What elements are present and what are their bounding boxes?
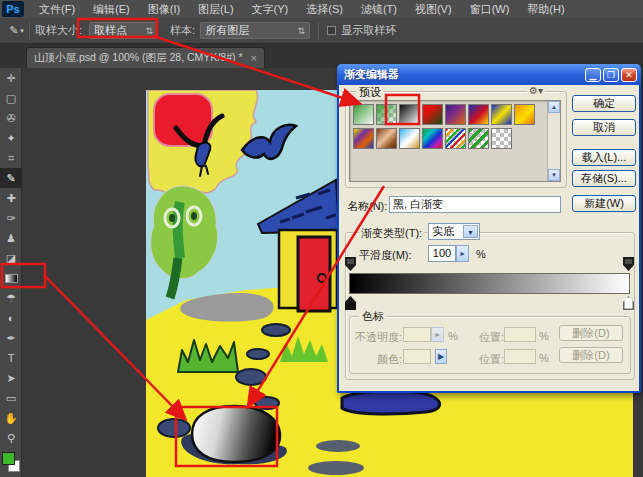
smoothness-input[interactable]: 100 bbox=[428, 245, 456, 262]
save-button[interactable]: 存储(S)... bbox=[572, 170, 636, 187]
zoom-tool[interactable]: ⚲ bbox=[0, 428, 22, 448]
foreground-color-chip[interactable] bbox=[2, 452, 15, 465]
separator bbox=[318, 22, 319, 40]
gradient-type-dropdown[interactable]: 实底 ▼ bbox=[428, 223, 480, 240]
menu-layer[interactable]: 图层(L) bbox=[189, 0, 242, 18]
dropdown-arrow-icon[interactable]: ▼ bbox=[463, 225, 478, 238]
eyedropper-tool[interactable]: ✎ bbox=[0, 168, 22, 188]
sample-size-dropdown[interactable]: 取样点 ⇅ bbox=[89, 22, 158, 39]
gear-menu-icon[interactable]: ⚙▾ bbox=[527, 85, 545, 96]
move-tool[interactable]: ✛ bbox=[0, 68, 22, 88]
position-percent-1: % bbox=[539, 330, 549, 342]
preset-red-to-green[interactable] bbox=[422, 104, 443, 125]
menu-file[interactable]: 文件(F) bbox=[30, 0, 84, 18]
cancel-button[interactable]: 取消 bbox=[572, 119, 636, 136]
marquee-tool[interactable]: ▢ bbox=[0, 88, 22, 108]
sample-size-value: 取样点 bbox=[94, 23, 127, 38]
preset-blue-yellow-blue[interactable] bbox=[491, 104, 512, 125]
preset-transparent-stripes[interactable] bbox=[468, 128, 489, 149]
gradient-preview-bar[interactable] bbox=[349, 273, 630, 294]
ok-button[interactable]: 确定 bbox=[572, 95, 636, 112]
preset-green-to-transparent[interactable] bbox=[376, 104, 397, 125]
menu-items: 文件(F)编辑(E)图像(I)图层(L)文字(Y)选择(S)滤镜(T)视图(V)… bbox=[30, 0, 574, 18]
hand-tool[interactable]: ✋ bbox=[0, 408, 22, 428]
menu-window[interactable]: 窗口(W) bbox=[461, 0, 519, 18]
preset-scrollbar[interactable]: ▲ ▼ bbox=[547, 101, 560, 181]
big-navy-rock bbox=[342, 391, 440, 414]
dialog-title: 渐变编辑器 bbox=[344, 67, 583, 82]
path-select-tool[interactable]: ➤ bbox=[0, 368, 22, 388]
preset-violet-to-orange[interactable] bbox=[445, 104, 466, 125]
type-tool[interactable]: T bbox=[0, 348, 22, 368]
magic-wand-tool[interactable]: ✦ bbox=[0, 128, 22, 148]
document-tab[interactable]: 山顶小屋.psd @ 100% (图层 28, CMYK/8#) * × bbox=[26, 47, 265, 68]
preset-transparent-rainbow[interactable] bbox=[445, 128, 466, 149]
menu-type[interactable]: 文字(Y) bbox=[243, 0, 298, 18]
dialog-titlebar[interactable]: 渐变编辑器 ▁ ❐ ✕ bbox=[337, 64, 641, 85]
dropdown-arrows-icon: ⇅ bbox=[140, 26, 154, 36]
blur-tool[interactable]: ☂ bbox=[0, 288, 22, 308]
delete-opacity-button: 删除(D) bbox=[559, 325, 623, 341]
preset-transparent[interactable] bbox=[491, 128, 512, 149]
eyedropper-preset-icon[interactable]: ✎▾ bbox=[4, 22, 30, 40]
new-button[interactable]: 新建(W) bbox=[572, 195, 636, 212]
preset-blue-red-yellow[interactable] bbox=[468, 104, 489, 125]
pen-tool[interactable]: ✒ bbox=[0, 328, 22, 348]
color-label: 颜色: bbox=[377, 352, 402, 367]
preset-row-1 bbox=[353, 104, 535, 125]
menu-filter[interactable]: 滤镜(T) bbox=[352, 0, 406, 18]
preset-copper[interactable] bbox=[376, 128, 397, 149]
scroll-down-icon[interactable]: ▼ bbox=[548, 169, 560, 181]
menu-select[interactable]: 选择(S) bbox=[297, 0, 352, 18]
menu-view[interactable]: 视图(V) bbox=[406, 0, 461, 18]
gradient-type-label: 渐变类型(T): bbox=[359, 226, 424, 241]
preset-black-white[interactable] bbox=[399, 104, 420, 125]
preset-yellow-violet-orange-blue[interactable] bbox=[353, 128, 374, 149]
smoothness-unit: % bbox=[476, 248, 486, 260]
brush-tool[interactable]: ✑ bbox=[0, 208, 22, 228]
load-button[interactable]: 载入(L)... bbox=[572, 149, 636, 166]
preset-orange-yellow-orange[interactable] bbox=[514, 104, 535, 125]
opacity-input bbox=[403, 327, 431, 342]
healing-brush-tool[interactable]: ✚ bbox=[0, 188, 22, 208]
preset-row-2 bbox=[353, 128, 512, 149]
preset-spectrum[interactable] bbox=[422, 128, 443, 149]
preset-blue-white-gold[interactable] bbox=[399, 128, 420, 149]
shape-tool[interactable]: ▭ bbox=[0, 388, 22, 408]
color-picker-arrow-icon[interactable]: ▶ bbox=[435, 349, 447, 364]
dropdown-arrows-icon: ⇅ bbox=[292, 26, 306, 36]
tab-close-icon[interactable]: × bbox=[250, 52, 256, 64]
smoothness-spinner-icon[interactable]: ▸ bbox=[456, 245, 469, 262]
lasso-tool[interactable]: ✇ bbox=[0, 108, 22, 128]
gradient-name-input[interactable]: 黑, 白渐变 bbox=[389, 196, 561, 213]
eraser-tool[interactable]: ◪ bbox=[0, 248, 22, 268]
sample-layers-dropdown[interactable]: 所有图层 ⇅ bbox=[200, 22, 310, 39]
show-sampling-ring-checkbox[interactable] bbox=[327, 26, 336, 35]
close-button[interactable]: ✕ bbox=[621, 68, 637, 82]
maximize-button[interactable]: ❐ bbox=[603, 68, 619, 82]
menu-edit[interactable]: 编辑(E) bbox=[84, 0, 139, 18]
dialog-body: 预设 ⚙▾ ▲ ▼ 确定 取消 载入(L)... 存储(S)... 名称(N):… bbox=[339, 85, 639, 391]
clone-stamp-tool[interactable]: ♟ bbox=[0, 228, 22, 248]
color-chips bbox=[0, 450, 22, 476]
position-label-1: 位置: bbox=[479, 330, 504, 345]
gradient-rock bbox=[192, 406, 280, 462]
ps-logo-icon: Ps bbox=[2, 1, 24, 17]
menu-image[interactable]: 图像(I) bbox=[139, 0, 189, 18]
tool-column: ✛▢✇✦⌗✎✚✑♟◪☂◐✒T➤▭✋⚲ bbox=[0, 68, 22, 477]
minimize-button[interactable]: ▁ bbox=[585, 68, 601, 82]
crop-tool[interactable]: ⌗ bbox=[0, 148, 22, 168]
sample-layers-value: 所有图层 bbox=[205, 23, 249, 38]
dodge-tool[interactable]: ◐ bbox=[0, 308, 22, 328]
smoothness-label: 平滑度(M): bbox=[359, 248, 412, 263]
color-swatch-field bbox=[403, 349, 431, 364]
photoshop-window: Ps 文件(F)编辑(E)图像(I)图层(L)文字(Y)选择(S)滤镜(T)视图… bbox=[0, 0, 643, 477]
menu-help[interactable]: 帮助(H) bbox=[518, 0, 573, 18]
gradient-tool[interactable] bbox=[0, 268, 22, 288]
menu-bar: Ps 文件(F)编辑(E)图像(I)图层(L)文字(Y)选择(S)滤镜(T)视图… bbox=[0, 0, 643, 18]
scroll-up-icon[interactable]: ▲ bbox=[548, 101, 560, 113]
sample-label: 样本: bbox=[170, 23, 195, 38]
opacity-label: 不透明度: bbox=[355, 330, 402, 345]
preset-list: ▲ ▼ bbox=[349, 100, 561, 182]
preset-green-to-white[interactable] bbox=[353, 104, 374, 125]
